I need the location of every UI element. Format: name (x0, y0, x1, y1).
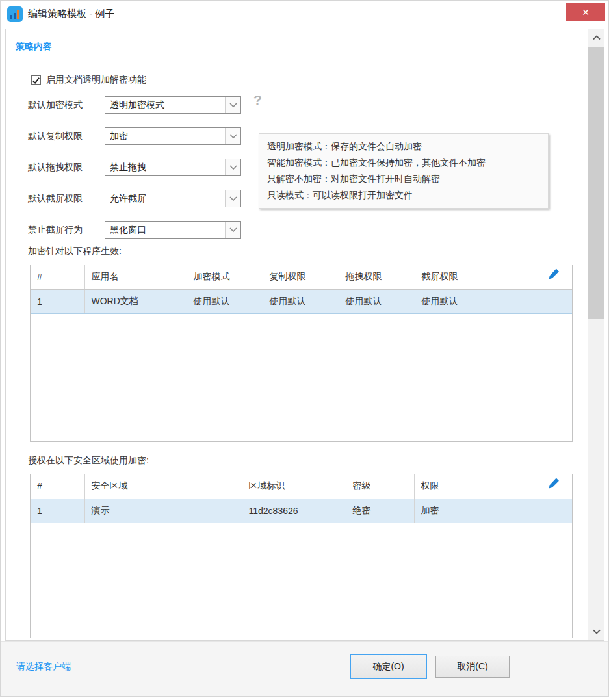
column-header: 应用名 (84, 265, 187, 289)
field-label: 默认截屏权限 (28, 193, 105, 205)
cell: 使用默认 (187, 289, 263, 313)
checkmark-icon (32, 76, 40, 84)
cancel-button[interactable]: 取消(C) (435, 656, 510, 678)
ok-button[interactable]: 确定(O) (350, 654, 427, 679)
column-header: 复制权限 (263, 265, 339, 289)
close-icon: ✕ (582, 7, 590, 18)
program-table-caption: 加密针对以下程序生效: (28, 246, 122, 257)
cell: 演示 (84, 499, 242, 523)
chevron-down-icon[interactable] (225, 97, 240, 113)
default-copy-permission-row: 默认复制权限 加密 (28, 127, 241, 145)
enable-transparent-encryption-label: 启用文档透明加解密功能 (46, 74, 146, 86)
zone-table-row[interactable]: 1 演示 11d2c83626 绝密 加密 (31, 499, 572, 523)
combo-selected-value: 允许截屏 (105, 193, 225, 205)
field-label: 默认拖拽权限 (28, 162, 105, 174)
column-header: 拖拽权限 (339, 265, 415, 289)
screenshot-block-behavior-select[interactable]: 黑化窗口 (105, 221, 241, 239)
cell: 使用默认 (263, 289, 339, 313)
default-copy-permission-select[interactable]: 加密 (105, 127, 241, 145)
zone-table-header-row: # 安全区域 区域标识 密级 权限 (31, 474, 572, 499)
chevron-down-icon[interactable] (225, 159, 240, 175)
chevron-down-icon[interactable] (225, 222, 240, 238)
tooltip-line: 只解密不加密：对加密文件打开时自动解密 (267, 171, 540, 187)
column-header: # (31, 265, 84, 289)
tooltip-line: 只读模式：可以读权限打开加密文件 (267, 187, 540, 203)
cell: WORD文档 (84, 289, 187, 313)
field-label: 禁止截屏行为 (28, 224, 105, 236)
default-drag-permission-row: 默认拖拽权限 禁止拖拽 (28, 159, 241, 176)
enable-transparent-encryption-checkbox[interactable] (31, 75, 41, 85)
help-icon[interactable]: ? (253, 92, 262, 108)
cell: 1 (31, 289, 84, 313)
combo-selected-value: 禁止拖拽 (105, 162, 225, 174)
edit-zone-table-pencil-icon[interactable] (547, 476, 562, 490)
default-encrypt-mode-row: 默认加密模式 透明加密模式 (28, 96, 241, 114)
program-table-header-row: # 应用名 加密模式 复制权限 拖拽权限 截屏权限 (31, 265, 572, 289)
combo-selected-value: 加密 (105, 131, 225, 142)
scroll-up-arrow-icon[interactable] (588, 29, 604, 46)
field-label: 默认复制权限 (28, 131, 105, 142)
zone-table-caption: 授权在以下安全区域使用加密: (28, 455, 149, 467)
tooltip-line: 智能加密模式：已加密文件保持加密，其他文件不加密 (267, 155, 540, 171)
titlebar: 编辑策略模板 - 例子 ✕ (1, 1, 608, 29)
program-table: # 应用名 加密模式 复制权限 拖拽权限 截屏权限 1 WORD文档 使用默认 … (30, 265, 573, 442)
cell: 使用默认 (339, 289, 415, 313)
chevron-down-icon[interactable] (225, 128, 240, 144)
default-screenshot-permission-row: 默认截屏权限 允许截屏 (28, 190, 241, 207)
edit-program-table-pencil-icon[interactable] (547, 266, 562, 281)
tooltip-line: 透明加密模式：保存的文件会自动加密 (267, 138, 540, 155)
cell: 1 (31, 499, 84, 523)
column-header: 密级 (346, 474, 414, 499)
zone-table: # 安全区域 区域标识 密级 权限 1 演示 11d2c83626 绝密 加密 (30, 474, 573, 638)
vertical-scrollbar[interactable] (588, 29, 604, 640)
column-header: 区域标识 (242, 474, 346, 499)
field-label: 默认加密模式 (28, 99, 105, 111)
dialog-footer: 请选择客户端 确定(O) 取消(C) (1, 641, 608, 697)
cell: 加密 (414, 499, 572, 523)
edit-policy-template-dialog: 编辑策略模板 - 例子 ✕ 策略内容 启用文档透明加解密功能 默认加密模式 透明… (0, 0, 609, 697)
cell: 11d2c83626 (242, 499, 346, 523)
combo-selected-value: 黑化窗口 (105, 224, 225, 236)
close-button[interactable]: ✕ (566, 3, 605, 21)
window-title: 编辑策略模板 - 例子 (28, 8, 114, 20)
cell: 绝密 (346, 499, 414, 523)
scrollbar-thumb[interactable] (588, 47, 604, 319)
default-drag-permission-select[interactable]: 禁止拖拽 (105, 159, 241, 176)
bar-chart-app-icon (7, 6, 23, 22)
chevron-down-icon[interactable] (225, 190, 240, 207)
column-header: 加密模式 (187, 265, 263, 289)
combo-selected-value: 透明加密模式 (105, 99, 225, 111)
scroll-down-arrow-icon[interactable] (588, 623, 604, 640)
default-screenshot-permission-select[interactable]: 允许截屏 (105, 190, 241, 207)
policy-content-panel: 策略内容 启用文档透明加解密功能 默认加密模式 透明加密模式 默认复制权限 加密 (5, 29, 604, 641)
column-header: # (31, 474, 84, 499)
enable-transparent-encryption-row: 启用文档透明加解密功能 (31, 74, 146, 86)
section-title: 策略内容 (16, 41, 52, 53)
cell: 使用默认 (415, 289, 572, 313)
select-client-link[interactable]: 请选择客户端 (16, 661, 71, 673)
default-encrypt-mode-select[interactable]: 透明加密模式 (105, 96, 241, 114)
encrypt-mode-tooltip: 透明加密模式：保存的文件会自动加密 智能加密模式：已加密文件保持加密，其他文件不… (259, 133, 549, 209)
screenshot-block-behavior-row: 禁止截屏行为 黑化窗口 (28, 221, 241, 239)
program-table-row[interactable]: 1 WORD文档 使用默认 使用默认 使用默认 使用默认 (31, 289, 572, 313)
column-header: 安全区域 (84, 474, 242, 499)
